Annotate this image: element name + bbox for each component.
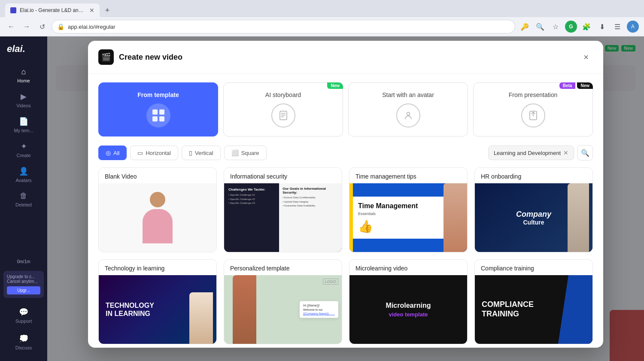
password-manager-icon[interactable]: 🔑: [519, 21, 531, 33]
upgrade-text: Upgrade to c... Cancel anytim...: [7, 274, 38, 284]
address-bar[interactable]: 🔒 app.elai.io/#regular: [52, 20, 515, 33]
template-card-technology[interactable]: Technology in learning TECHNOLOGYIN LEAR…: [98, 259, 217, 344]
main-content: New New 🎬 Create new vi: [47, 36, 644, 361]
time-mgmt-avatar: [444, 183, 467, 252]
discuss-icon: 💭: [19, 334, 28, 343]
avatars-icon: 👤: [19, 167, 28, 176]
profile-icon[interactable]: A: [627, 21, 639, 33]
sidebar-item-discuss[interactable]: 💭 Discuss: [0, 330, 47, 355]
compliance-thumbnail: ComplianceTraining: [475, 275, 592, 344]
deleted-icon: 🗑: [20, 191, 27, 200]
filter-tab-all[interactable]: ◎ All: [98, 146, 127, 160]
sidebar-item-label-deleted: Deleted: [15, 202, 32, 207]
info-sec-left-slide: Challenges We Tackle: • Specific Challen…: [224, 183, 279, 252]
ai-storyboard-new-badge: New: [327, 82, 343, 89]
compliance-text-area: ComplianceTraining: [475, 293, 541, 325]
tech-avatar: [189, 292, 213, 344]
personal-logo-placeholder: LOGO: [323, 279, 338, 285]
filter-tab-vertical[interactable]: ▯ Vertical: [182, 146, 221, 160]
personalized-label: Personalized template: [224, 260, 342, 275]
extension-grammarly-icon[interactable]: G: [565, 21, 577, 33]
filter-tab-all-label: All: [113, 150, 119, 156]
ai-storyboard-icon: [271, 103, 295, 127]
zoom-icon[interactable]: 🔍: [534, 21, 546, 33]
new-tab-button[interactable]: +: [101, 4, 113, 16]
search-button[interactable]: 🔍: [577, 145, 593, 161]
sidebar-item-create[interactable]: ✦ Create: [0, 137, 47, 162]
presentation-label: From presentation: [509, 91, 558, 98]
personal-text-box: Hi {{Name}}! Welcome to our {{Company Na…: [300, 301, 338, 318]
info-security-thumbnail: Challenges We Tackle: • Specific Challen…: [224, 183, 342, 252]
template-card-compliance[interactable]: Compliance training ComplianceTraining: [474, 259, 593, 344]
sidebar-item-label-avatars: Avatars: [15, 178, 31, 183]
microlearning-label: Microlearning video: [349, 260, 467, 275]
sidebar-item-avatars[interactable]: 👤 Avatars: [0, 162, 47, 187]
back-button[interactable]: ←: [5, 21, 17, 33]
template-card-personalized[interactable]: Personalized template LOGO Hi {{Name}}! …: [224, 259, 342, 344]
ai-storyboard-badge-row: New: [327, 82, 343, 89]
sidebar-item-label-create: Create: [16, 153, 30, 158]
sidebar-item-my-templates[interactable]: 📄 My tem...: [0, 112, 47, 137]
info-sec-slide-title: Challenges We Tackle:: [228, 188, 275, 191]
creation-card-presentation[interactable]: Beta New From presentation: [473, 82, 593, 137]
category-tag-label: Learning and Development: [494, 150, 561, 156]
avatar-label: Start with an avatar: [382, 91, 434, 98]
create-video-modal: 🎬 Create new video × From template: [88, 41, 603, 348]
hr-avatar: [568, 183, 589, 252]
sidebar-item-home[interactable]: ⌂ Home: [0, 63, 47, 88]
bookmark-icon[interactable]: ☆: [550, 21, 562, 33]
hr-culture-text: Culture: [516, 219, 551, 226]
svg-rect-2: [152, 116, 158, 121]
filter-tab-horizontal-label: Horizontal: [146, 150, 171, 156]
creation-options-grid: From template N: [88, 74, 603, 145]
forward-button[interactable]: →: [21, 21, 33, 33]
filter-bar: ◎ All ▭ Horizontal ▯ Vertical ⬜: [88, 145, 603, 167]
filter-tab-horizontal[interactable]: ▭ Horizontal: [130, 146, 178, 160]
browser-controls: ← → ↺ 🔒 app.elai.io/#regular 🔑 🔍 ☆ G 🧩 ⬇…: [0, 17, 644, 36]
tab-close-button[interactable]: ✕: [89, 7, 94, 14]
hr-onboarding-thumbnail: Company Culture: [475, 183, 592, 252]
app-layout: elai. ⌂ Home ▶ Videos 📄 My tem... ✦ Crea…: [0, 36, 644, 361]
refresh-button[interactable]: ↺: [36, 21, 48, 33]
extensions-icon[interactable]: 🧩: [580, 21, 592, 33]
template-card-blank-video[interactable]: Blank Video: [98, 167, 217, 252]
square-icon: ⬜: [231, 149, 239, 156]
svg-rect-4: [280, 111, 287, 120]
modal-title: Create new video: [119, 53, 182, 62]
blank-avatar-figure: [143, 192, 173, 243]
hr-text-overlay: Company Culture: [516, 210, 551, 226]
template-card-hr-onboarding[interactable]: HR onboarding Company Culture: [474, 167, 593, 252]
category-remove-button[interactable]: ✕: [563, 149, 568, 156]
creation-card-from-template[interactable]: From template: [98, 82, 218, 137]
upgrade-box: Upgrade to c... Cancel anytim... Upgr...: [3, 271, 44, 298]
creation-card-ai-storyboard[interactable]: New AI storyboard: [223, 82, 343, 137]
tab-title: Elai.io - Generate L&D and mar...: [20, 7, 86, 13]
active-tab[interactable]: Elai.io - Generate L&D and mar... ✕: [5, 3, 100, 17]
template-card-info-security[interactable]: Informational security Challenges We Tac…: [224, 167, 342, 252]
download-icon[interactable]: ⬇: [596, 21, 608, 33]
sidebar-toggle-icon[interactable]: ☰: [611, 21, 623, 33]
template-card-microlearning[interactable]: Microlearning video Microlearning video …: [349, 259, 468, 344]
sidebar-item-label-support: Support: [15, 319, 32, 324]
time-mgmt-accent-bar: [349, 183, 353, 252]
templates-grid: Blank Video Informational security: [88, 167, 603, 348]
filter-tab-square[interactable]: ⬜ Square: [224, 146, 267, 160]
creation-card-avatar[interactable]: Start with an avatar: [348, 82, 468, 137]
sidebar-item-deleted[interactable]: 🗑 Deleted: [0, 187, 47, 212]
upgrade-button[interactable]: Upgr...: [7, 286, 40, 294]
template-card-time-management[interactable]: Time management tips Time Management Ess…: [349, 167, 468, 252]
blank-avatar-body: [143, 209, 173, 243]
category-tag[interactable]: Learning and Development ✕: [488, 146, 574, 160]
technology-label: Technology in learning: [99, 260, 216, 275]
modal-close-button[interactable]: ×: [579, 50, 593, 64]
info-sec-goals: • Ensure Data Confidentiality• Uphold Da…: [283, 196, 338, 208]
sidebar-item-support[interactable]: 💬 Support: [0, 303, 47, 328]
presentation-new-badge: New: [577, 82, 593, 89]
sidebar-item-videos[interactable]: ▶ Videos: [0, 88, 47, 112]
svg-point-8: [407, 112, 410, 115]
micro-title: Microlearning: [386, 302, 431, 309]
svg-rect-1: [159, 109, 164, 115]
time-management-thumbnail: Time Management Essentials 👍: [349, 183, 467, 252]
modal-overlay: 🎬 Create new video × From template: [47, 36, 644, 361]
tech-title: TECHNOLOGYIN LEARNING: [106, 301, 154, 318]
